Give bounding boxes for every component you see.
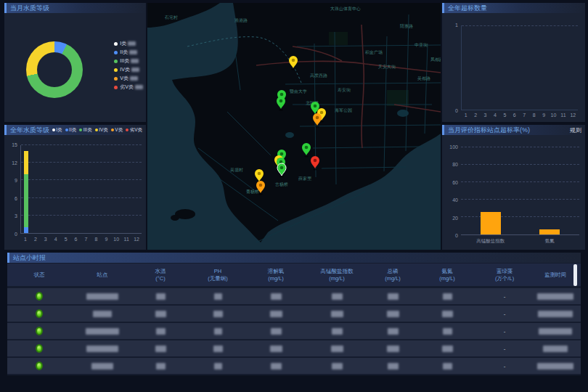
table-header: 状态站点水温(°C)PH(无量纲)溶解氧(mg/L)高锰酸盐指数(mg/L)总磷… [7,264,581,286]
column-header-2: 站点 [71,271,134,279]
table-row[interactable]: - [7,323,581,339]
pin-center [280,93,284,97]
station-report-panel: 站点小时报 状态站点水温(°C)PH(无量纲)溶解氧(mg/L)高锰酸盐指数(m… [7,253,581,375]
legend-item[interactable]: I类 [52,127,62,134]
redacted-value [93,311,112,317]
table-row[interactable]: - [7,306,581,322]
pin-shadow [258,194,263,195]
map-label: 石宅村 [164,15,178,20]
algae-cell: - [479,363,530,369]
algae-cell: - [479,346,530,352]
rate-bar [481,212,501,234]
status-dot-green [36,292,43,301]
legend-item[interactable]: II类 [114,48,143,57]
panel-year-grade-title: 全年水质等级 I类II类III类IV类V类劣V类 [4,125,146,135]
panel-title-text: 站点小时报 [13,253,46,263]
station-cell [71,328,134,335]
month-grade-legend: I类II类III类IV类V类劣V类 [114,39,143,91]
legend-dot [95,128,98,131]
table-scrollbar-thumb[interactable] [573,264,577,286]
time-cell [530,363,581,369]
value-cell [248,363,303,369]
legend-label: 劣V类 [120,83,134,91]
table-row[interactable]: - [7,358,581,374]
legend-item[interactable]: II类 [65,127,77,134]
legend-dot [114,86,118,89]
redacted-value [155,311,166,317]
map-label: 暨南大学 [290,89,307,94]
panel-month-grade-title: 当月水质等级 [4,3,146,13]
redacted-value [131,59,139,63]
redacted-value [129,50,137,54]
map-label: 陆寨路 [400,23,413,29]
redacted-value [91,363,113,369]
table-row[interactable]: - [7,288,581,304]
redacted-value [271,293,282,300]
status-cell [7,327,71,335]
value-cell [187,293,248,300]
algae-cell: - [479,311,530,317]
pin-center [280,166,284,170]
redacted-value [387,311,399,317]
value-cell [134,328,187,335]
table-row[interactable]: - [7,340,581,356]
value-cell [415,328,479,335]
map-label: 大珠山体育中心 [330,6,361,11]
redacted-value [156,293,166,300]
redacted-value [270,311,282,317]
station-cell [71,293,134,300]
rule-link[interactable]: 规则 [570,126,581,134]
value-cell [248,346,303,352]
city-map: 石宅村渔港路大珠山体育中心中亚街陆寨路积金广场天安大街吴都路凤都路寿安街高发西路… [147,3,441,250]
legend-label: IV类 [120,66,130,73]
map-label: 中亚街 [415,42,428,48]
value-cell [187,328,248,335]
stacked-bar-segment [24,174,28,227]
map-label: 吴都路 [417,76,430,81]
pin-shadow [313,169,317,171]
value-cell [248,293,303,300]
year-exceed-chart [461,25,578,110]
legend-item[interactable]: I类 [114,39,143,48]
value-cell [134,293,187,300]
map-label: 青杨桥 [246,189,259,195]
legend-item[interactable]: III类 [114,57,143,65]
panel-title-text: 全年超标数量 [448,4,487,13]
legend-dot [114,60,118,63]
map-label: 积金广场 [365,50,383,55]
status-cell [7,344,71,353]
column-header-7: 总磷(mg/L) [370,268,415,282]
legend-item[interactable]: 劣V类 [114,83,143,91]
value-cell [303,346,370,352]
redacted-value [442,346,453,352]
value-cell [248,328,303,335]
year-grade-x-axis: 123456789101112 [20,237,142,244]
map-label: 凤都路 [430,57,441,62]
legend-dot [52,128,55,131]
legend-item[interactable]: V类 [114,74,143,83]
legend-item[interactable]: V类 [111,127,123,134]
legend-item[interactable]: IV类 [95,127,108,134]
legend-item[interactable]: III类 [79,127,91,134]
status-dot-green [36,327,43,335]
value-cell [415,293,479,300]
panel-title-text: 当月评价指标站点超标率(%) [448,126,530,135]
redacted-value [332,363,343,369]
legend-label: II类 [120,49,128,56]
value-cell [415,363,479,369]
map-park [387,90,409,106]
redacted-value [213,346,223,352]
legend-label: I类 [120,40,126,47]
legend-dot [126,128,128,131]
year-grade-y-axis: 15129630 [4,142,17,237]
value-cell [370,363,415,369]
legend-dot [114,68,118,72]
redacted-value [443,293,452,300]
map-panel[interactable]: 石宅村渔港路大珠山体育中心中亚街陆寨路积金广场天安大街吴都路凤都路寿安街高发西路… [147,3,441,250]
column-header-5: 溶解氧(mg/L) [248,268,303,282]
legend-item[interactable]: IV类 [114,65,143,74]
legend-item[interactable]: 劣V类 [126,127,142,134]
month-grade-donut [26,41,83,98]
status-cell [7,292,71,301]
stacked-bar-segment [24,227,28,233]
